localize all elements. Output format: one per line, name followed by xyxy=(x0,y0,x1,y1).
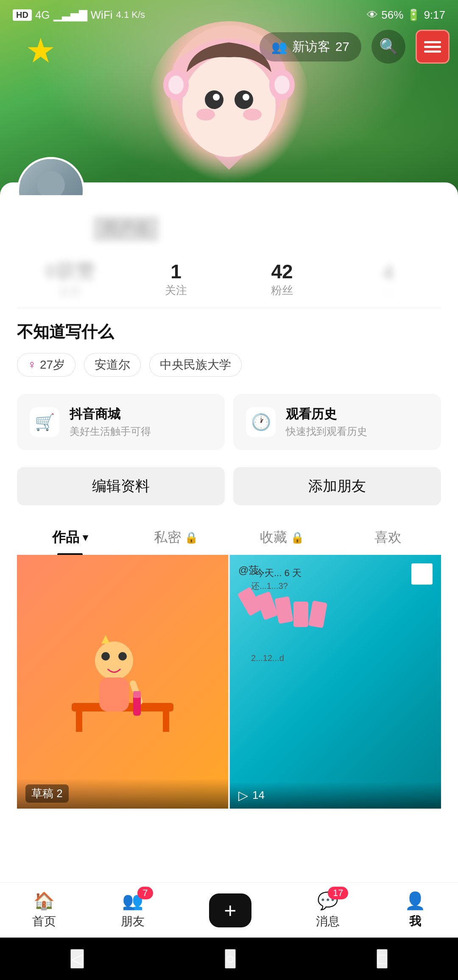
wifi-icon: WiFi xyxy=(91,8,113,22)
following-label: 关注 xyxy=(123,283,229,298)
stat-following[interactable]: 1 关注 xyxy=(123,260,229,298)
history-subtitle: 快速找到观看历史 xyxy=(286,425,367,438)
play-count-text: 14 xyxy=(252,789,265,802)
svg-text:还...1...3?: 还...1...3? xyxy=(251,581,288,591)
lock-icon-private: 🔒 xyxy=(184,531,198,544)
tab-works-label: 作品 xyxy=(52,528,79,547)
add-button[interactable]: + xyxy=(209,893,251,927)
svg-rect-22 xyxy=(99,678,129,711)
visitors-button[interactable]: 👥 新访客 27 xyxy=(260,32,361,62)
tabs-bar: 作品 ▾ 私密 🔒 收藏 🔒 喜欢 xyxy=(17,518,441,555)
visitors-count: 27 xyxy=(335,39,349,54)
messages-badge: 17 xyxy=(328,887,348,899)
status-bar: HD 4G ▁▃▅▇ WiFi 4.1 K/s 👁 56% 🔋 9:17 xyxy=(0,0,458,30)
bio-section: 不知道写什么 ♀ 27岁 安道尔 中央民族大学 xyxy=(17,308,441,385)
likes-label: 获赞 xyxy=(17,285,123,300)
likes-value: 0获赞 xyxy=(17,258,123,285)
menu-button[interactable] xyxy=(416,30,450,64)
grid-item-video[interactable]: 今天... 6 天 还...1...3? 2...12...d @菠... ▷ … xyxy=(230,555,441,809)
tag-school[interactable]: 中央民族大学 xyxy=(149,353,242,377)
svg-rect-31 xyxy=(274,596,293,624)
svg-rect-13 xyxy=(424,46,441,48)
content-grid: 草稿 2 今天... 6 天 还...1...3? 2...12...d xyxy=(17,555,441,809)
tab-favorites-label: 收藏 xyxy=(260,528,287,547)
status-right: 👁 56% 🔋 9:17 xyxy=(367,8,445,22)
android-navigation: ◁ ○ □ xyxy=(0,938,458,980)
shop-title: 抖音商城 xyxy=(70,406,151,423)
svg-rect-19 xyxy=(76,711,82,732)
history-card[interactable]: 🕐 观看历史 快速找到观看历史 xyxy=(233,394,441,450)
svg-rect-14 xyxy=(424,50,441,53)
svg-rect-20 xyxy=(163,711,169,732)
nav-home[interactable]: 🏠 首页 xyxy=(32,891,56,930)
tag-location[interactable]: 安道尔 xyxy=(84,353,141,377)
add-friend-button[interactable]: 添加朋友 xyxy=(233,467,441,505)
svg-point-4 xyxy=(213,94,220,101)
followers-value: 42 xyxy=(229,260,335,283)
extra-label: ... xyxy=(335,284,441,297)
svg-point-10 xyxy=(168,76,184,94)
edit-profile-button[interactable]: 编辑资料 xyxy=(17,467,225,505)
home-button[interactable]: ○ xyxy=(225,949,236,969)
friends-badge: 7 xyxy=(137,887,153,899)
me-icon: 👤 xyxy=(405,891,426,911)
tab-likes[interactable]: 喜欢 xyxy=(335,518,441,554)
nav-friends[interactable]: 👥 朋友 7 xyxy=(121,891,145,930)
tag-gender-age[interactable]: ♀ 27岁 xyxy=(17,353,75,377)
network-speed: 4.1 K/s xyxy=(116,9,145,20)
lock-icon-favorites: 🔒 xyxy=(290,531,304,544)
nav-messages[interactable]: 💬 消息 17 xyxy=(316,891,340,930)
grid-item-draft[interactable]: 草稿 2 xyxy=(17,555,228,809)
action-buttons: 编辑资料 添加朋友 xyxy=(17,459,441,518)
play-icon: ▷ xyxy=(238,788,248,803)
search-icon: 🔍 xyxy=(379,38,398,56)
shop-card[interactable]: 🛒 抖音商城 美好生活触手可得 xyxy=(17,394,225,450)
tab-private[interactable]: 私密 🔒 xyxy=(123,518,229,554)
nav-friends-label: 朋友 xyxy=(121,913,145,930)
back-button[interactable]: ◁ xyxy=(70,949,84,969)
profile-card: 用户名 0获赞 获赞 1 关注 42 粉丝 4 ... 不知道写什么 ♀ 27岁 xyxy=(0,182,458,919)
location-text: 安道尔 xyxy=(95,357,130,373)
svg-rect-12 xyxy=(424,41,441,43)
tags-row: ♀ 27岁 安道尔 中央民族大学 xyxy=(17,353,441,377)
nav-home-label: 首页 xyxy=(32,913,56,930)
svg-text:2...12...d: 2...12...d xyxy=(251,653,284,663)
nav-me[interactable]: 👤 我 xyxy=(405,891,426,930)
school-text: 中央民族大学 xyxy=(160,357,231,373)
tab-works[interactable]: 作品 ▾ xyxy=(17,518,123,554)
nav-messages-label: 消息 xyxy=(316,913,340,930)
svg-marker-26 xyxy=(101,635,110,644)
grid-thumb-draft xyxy=(17,555,228,809)
mention-text: @菠... xyxy=(238,563,267,577)
nav-add[interactable]: + xyxy=(209,893,251,927)
username-blurred: 用户名 xyxy=(93,216,159,241)
eye-icon: 👁 xyxy=(367,8,378,22)
svg-rect-32 xyxy=(293,602,308,627)
signal-4g: 4G xyxy=(35,8,50,22)
shop-subtitle: 美好生活触手可得 xyxy=(70,425,151,438)
recent-button[interactable]: □ xyxy=(377,949,388,969)
time-display: 9:17 xyxy=(424,8,445,22)
home-icon: 🏠 xyxy=(34,891,55,911)
history-icon: 🕐 xyxy=(246,407,276,437)
draft-badge: 草稿 2 xyxy=(25,784,69,803)
stat-extra[interactable]: 4 ... xyxy=(335,261,441,297)
stat-followers[interactable]: 42 粉丝 xyxy=(229,260,335,298)
video-overlay: ▷ 14 xyxy=(230,782,441,809)
tab-likes-label: 喜欢 xyxy=(374,528,402,547)
followers-label: 粉丝 xyxy=(229,283,335,298)
bottom-navigation: 🏠 首页 👥 朋友 7 + 💬 消息 17 👤 我 xyxy=(0,882,458,938)
following-value: 1 xyxy=(123,260,229,283)
signal-bars: ▁▃▅▇ xyxy=(53,8,87,22)
visitors-icon: 👥 xyxy=(271,39,287,54)
stat-likes[interactable]: 0获赞 获赞 xyxy=(17,258,123,300)
visitors-label: 新访客 xyxy=(292,38,330,56)
age-text: 27岁 xyxy=(40,357,65,373)
stats-row: 0获赞 获赞 1 关注 42 粉丝 4 ... xyxy=(17,246,441,308)
grid-thumb-video: 今天... 6 天 还...1...3? 2...12...d @菠... xyxy=(230,555,441,809)
tab-favorites[interactable]: 收藏 🔒 xyxy=(229,518,335,554)
search-button[interactable]: 🔍 xyxy=(371,30,405,64)
tab-arrow-icon: ▾ xyxy=(83,532,88,543)
battery-percent: 56% xyxy=(381,8,403,22)
svg-point-6 xyxy=(196,109,215,120)
